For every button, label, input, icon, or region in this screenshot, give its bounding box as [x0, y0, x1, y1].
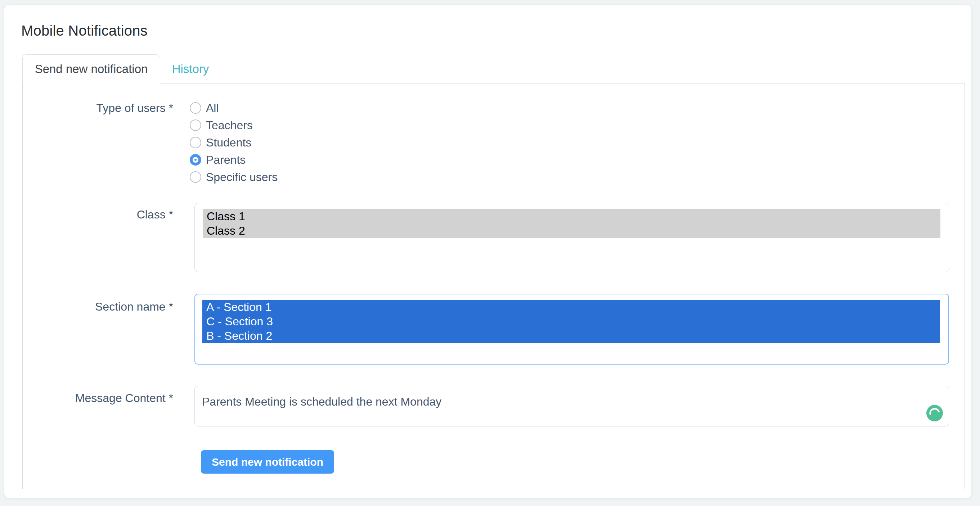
page-title: Mobile Notifications: [21, 23, 148, 39]
class-listbox[interactable]: Class 1 Class 2: [194, 203, 949, 272]
radio-option-parents[interactable]: Parents: [190, 151, 278, 168]
class-option-2[interactable]: Class 2: [203, 224, 940, 238]
radio-icon[interactable]: [190, 137, 201, 148]
radio-option-teachers[interactable]: Teachers: [190, 117, 278, 134]
class-option-1[interactable]: Class 1: [203, 209, 940, 224]
radio-option-students[interactable]: Students: [190, 134, 278, 151]
radio-icon[interactable]: [190, 171, 201, 183]
mobile-notifications-card: Mobile Notifications Send new notificati…: [4, 5, 971, 498]
class-options: Class 1 Class 2: [203, 209, 940, 238]
send-new-notification-button[interactable]: Send new notification: [201, 450, 334, 474]
character-counter-spinner-icon: [926, 405, 943, 422]
radio-option-specific-users[interactable]: Specific users: [190, 168, 278, 186]
radio-icon[interactable]: [190, 102, 201, 114]
section-options: A - Section 1 C - Section 3 B - Section …: [202, 300, 940, 343]
section-listbox[interactable]: A - Section 1 C - Section 3 B - Section …: [194, 293, 949, 365]
radio-selected-icon[interactable]: [190, 154, 201, 165]
type-of-users-label: Type of users *: [23, 101, 173, 115]
tab-history[interactable]: History: [161, 55, 220, 83]
tab-send-new-notification[interactable]: Send new notification: [22, 54, 160, 84]
message-content-input[interactable]: Parents Meeting is scheduled the next Mo…: [194, 386, 949, 427]
class-label: Class *: [23, 208, 173, 221]
radio-option-all[interactable]: All: [190, 99, 278, 117]
radio-icon[interactable]: [190, 119, 201, 131]
section-option-1[interactable]: A - Section 1: [202, 300, 940, 314]
type-of-users-radio-group: All Teachers Students Parents Specific u…: [190, 99, 278, 186]
section-option-2[interactable]: C - Section 3: [202, 314, 940, 328]
section-name-label: Section name *: [23, 300, 173, 314]
section-option-3[interactable]: B - Section 2: [202, 328, 940, 343]
message-content-label: Message Content *: [23, 391, 173, 405]
send-notification-panel: Type of users * All Teachers Students Pa…: [22, 83, 965, 489]
